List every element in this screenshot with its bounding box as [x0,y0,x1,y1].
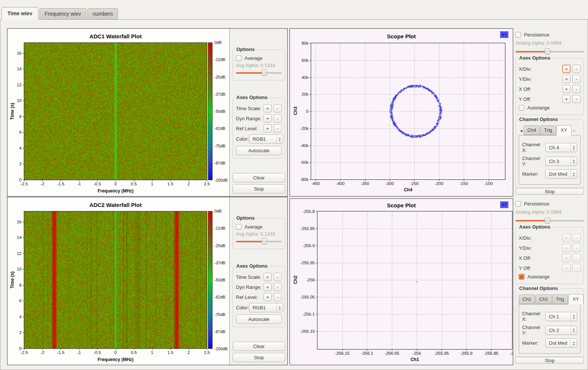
channel-tab-xy[interactable]: XY [556,125,572,135]
tick-mark [310,60,311,61]
clear-button[interactable]: Clear [233,173,285,182]
channel-tab-trig[interactable]: Trig [540,125,556,135]
autorange-checkbox[interactable]: ✔ [519,274,524,280]
spinner-arrows[interactable]: ▲▼ [571,157,577,166]
channel-tab-ch2[interactable]: Ch2 [536,294,552,304]
persistence-checkbox[interactable] [515,32,521,38]
spin-down-icon[interactable]: ▼ [573,162,575,163]
color-select[interactable]: RGB1 ▲▼ [249,303,283,312]
spinner-arrows[interactable]: ▲▼ [277,303,283,312]
adc2-waterfall-plot: ADC2 Waterfall Plot Time (s) -2.5-2-1.5-… [7,197,229,365]
spin-up-icon[interactable]: ▲ [573,145,575,147]
xdiv-plus-button[interactable]: + [562,234,571,242]
spin-up-icon[interactable]: ▲ [573,159,575,161]
tab-scroll-right-icon[interactable]: ▶ [572,126,577,135]
autoscale-button[interactable]: Autoscale [236,315,282,324]
ydiv-minus-button[interactable]: - [572,244,581,252]
stop-button[interactable]: Stop [233,353,285,362]
tab-frequency-view[interactable]: Frequency wiev [39,8,86,19]
autoscale-button[interactable]: Autoscale [236,146,282,155]
time-scale-plus-button[interactable]: + [263,104,272,112]
stop-button[interactable]: Stop [233,184,285,194]
spin-down-icon[interactable]: ▼ [278,140,281,141]
tab-scroll-left-icon[interactable]: ◀ [519,126,524,135]
avg-alpha-slider[interactable] [236,238,282,245]
spin-up-icon[interactable]: ▲ [278,306,281,307]
autorange-checkbox[interactable] [519,105,524,111]
spin-down-icon[interactable]: ▼ [573,344,575,345]
clear-button[interactable]: Clear [233,342,285,351]
spinner-arrows[interactable]: ▲▼ [277,135,283,143]
tick-label: -2 [41,182,44,186]
dyn-range-plus-button[interactable]: + [263,283,272,291]
persistence-checkbox[interactable] [515,201,521,207]
scope-stop-button[interactable]: Stop [515,357,584,364]
ref-level-plus-button[interactable]: + [263,124,272,133]
spin-up-icon[interactable]: ▲ [278,137,281,139]
axes-options-group: Axes Options X/Div: +- Y/Div: +- X Off: … [515,58,584,115]
channel-tab-ch4[interactable]: Ch4 [524,125,540,135]
spinner-arrows[interactable]: ▲▼ [571,326,577,335]
ref-level-minus-button[interactable]: - [274,124,282,133]
xoff-minus-button[interactable]: - [572,254,581,262]
spin-up-icon[interactable]: ▲ [573,314,575,316]
spin-down-icon[interactable]: ▼ [573,175,575,176]
dyn-range-minus-button[interactable]: - [274,114,282,122]
xoff-minus-button[interactable]: - [572,85,581,93]
channel-tab-ch1[interactable]: Ch1 [519,294,535,304]
dyn-range-minus-button[interactable]: - [274,283,282,291]
xdiv-plus-button[interactable]: + [562,65,571,73]
spin-down-icon[interactable]: ▼ [573,331,575,332]
analog-alpha-slider[interactable] [515,217,584,222]
marker-select[interactable]: Dot Med ▲▼ [545,169,577,179]
scope-stop-button[interactable]: Stop [515,188,584,195]
marker-select[interactable]: Dot Med ▲▼ [545,338,577,348]
channel-tab-xy[interactable]: XY [568,294,584,304]
ydiv-plus-button[interactable]: + [562,244,571,252]
time-scale-minus-button[interactable]: - [274,273,282,281]
yoff-plus-button[interactable]: + [562,264,571,272]
color-select[interactable]: RGB1 ▲▼ [249,134,283,144]
tab-numbers[interactable]: numbers [87,8,118,19]
ydiv-plus-button[interactable]: + [562,75,571,83]
xoff-plus-button[interactable]: + [562,254,571,262]
xdiv-minus-button[interactable]: - [572,65,581,73]
channel-y-select[interactable]: Ch 3 ▲▼ [545,157,577,166]
tab-time-view[interactable]: Time wiev [1,7,38,20]
average-checkbox[interactable] [236,55,242,61]
spinner-arrows[interactable]: ▲▼ [571,170,577,178]
yoff-minus-button[interactable]: - [572,264,581,272]
xoff-plus-button[interactable]: + [562,85,571,93]
time-scale-plus-button[interactable]: + [263,273,272,281]
spinner-arrows[interactable]: ▲▼ [571,339,577,347]
ref-level-plus-button[interactable]: + [263,293,272,301]
channel-x-value: Ch 4 [546,145,571,150]
xdiv-minus-button[interactable]: - [572,234,581,242]
spinner-arrows[interactable]: ▲▼ [571,312,577,321]
channel-x-select[interactable]: Ch 4 ▲▼ [545,143,577,152]
spin-down-icon[interactable]: ▼ [573,317,575,319]
dyn-range-plus-button[interactable]: + [263,114,272,122]
ref-level-minus-button[interactable]: - [274,293,282,301]
spin-down-icon[interactable]: ▼ [278,308,281,310]
channel-tab-trig[interactable]: Trig [552,294,568,304]
channel-x-select[interactable]: Ch 1 ▲▼ [545,312,577,321]
slider-handle[interactable] [545,217,550,224]
slider-handle[interactable] [545,48,550,55]
spin-up-icon[interactable]: ▲ [573,341,575,343]
avg-alpha-slider[interactable] [236,70,282,76]
waterfall-canvas [24,211,207,348]
yoff-minus-button[interactable]: - [572,95,581,103]
time-scale-minus-button[interactable]: - [274,104,282,112]
ydiv-minus-button[interactable]: - [572,75,581,83]
spin-up-icon[interactable]: ▲ [573,172,575,174]
analog-alpha-slider[interactable] [515,48,584,53]
slider-handle[interactable] [262,70,267,76]
channel-y-select[interactable]: Ch 2 ▲▼ [545,326,577,335]
slider-handle[interactable] [262,238,267,245]
spin-up-icon[interactable]: ▲ [573,328,575,330]
average-checkbox[interactable] [236,224,242,230]
yoff-plus-button[interactable]: + [562,95,571,103]
spinner-arrows[interactable]: ▲▼ [571,143,577,152]
spin-down-icon[interactable]: ▼ [573,148,575,150]
